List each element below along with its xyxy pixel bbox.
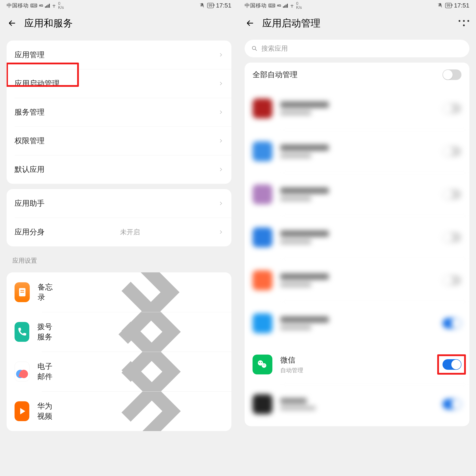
more-button[interactable] <box>458 18 469 29</box>
row-label: 权限管理 <box>15 136 45 146</box>
signal-icon <box>283 3 288 8</box>
row-label: 应用助手 <box>15 198 45 208</box>
battery-icon: 99 <box>207 3 214 8</box>
carrier-label: 中国移动 <box>7 2 29 9</box>
row-label: 应用启动管理 <box>15 78 60 89</box>
app-icon <box>253 313 272 333</box>
phone-left: 中国移动 HD 4G 0K/s 99 17:51 应用和服务 应用管理 应用启动… <box>0 0 238 476</box>
phone-icon <box>15 322 29 342</box>
app-row-blurred[interactable] <box>245 87 469 130</box>
toggle-app[interactable] <box>442 399 461 409</box>
hd-badge: HD <box>30 3 37 7</box>
chevron-right-icon <box>218 81 223 86</box>
row-default-app[interactable]: 默认应用 <box>7 155 231 184</box>
app-subtitle: 自动管理 <box>280 366 303 374</box>
svg-point-6 <box>259 362 260 363</box>
toggle-app[interactable] <box>442 275 461 286</box>
wechat-icon <box>253 355 272 374</box>
app-row-wechat[interactable]: 微信 自动管理 <box>245 345 469 384</box>
row-label: 默认应用 <box>15 164 45 174</box>
app-icon <box>253 99 272 118</box>
app-row-blurred[interactable] <box>245 259 469 302</box>
svg-point-3 <box>252 46 256 50</box>
chevron-right-icon <box>68 333 223 431</box>
hd-badge: HD <box>268 3 275 7</box>
app-icon <box>253 141 272 161</box>
chevron-right-icon <box>218 167 223 172</box>
launch-list: 全部自动管理 微信 自动管理 <box>245 63 469 426</box>
net-label: 4G <box>39 4 43 7</box>
signal-icon <box>45 3 50 8</box>
wifi-icon <box>289 3 294 8</box>
search-input[interactable]: 搜索应用 <box>245 40 469 57</box>
mute-icon <box>199 3 205 8</box>
toggle-app[interactable] <box>442 103 461 114</box>
app-name: 微信 <box>280 355 303 365</box>
toggle-wechat[interactable] <box>442 359 461 370</box>
toggle-app[interactable] <box>442 146 461 157</box>
app-name: 备忘录 <box>38 282 55 302</box>
row-label: 应用管理 <box>15 50 45 60</box>
row-label: 全部自动管理 <box>253 70 298 80</box>
row-label: 应用分身 <box>15 227 45 237</box>
netspeed: 0K/s <box>296 1 302 9</box>
toggle-app[interactable] <box>442 318 461 329</box>
chevron-right-icon <box>218 201 223 206</box>
back-button[interactable] <box>245 18 256 29</box>
row-app-mgmt[interactable]: 应用管理 <box>7 41 231 69</box>
phone-right: 中国移动 HD 4G 0K/s 99 17:51 应用启动管理 搜索应用 全部自… <box>238 0 476 476</box>
page-title: 应用和服务 <box>24 17 73 30</box>
row-value: 未开启 <box>120 228 140 237</box>
clock: 17:51 <box>454 2 469 9</box>
memo-icon <box>15 282 30 302</box>
status-bar: 中国移动 HD 4G 0K/s 99 17:51 <box>0 0 238 11</box>
section-title: 应用设置 <box>0 246 238 267</box>
row-app-launch[interactable]: 应用启动管理 <box>7 69 231 98</box>
app-row-blurred[interactable] <box>245 130 469 173</box>
app-icon <box>253 394 272 414</box>
row-master-switch: 全部自动管理 <box>245 63 469 87</box>
battery-icon: 99 <box>445 3 452 8</box>
status-bar: 中国移动 HD 4G 0K/s 99 17:51 <box>238 0 476 11</box>
app-row-blurred[interactable] <box>245 302 469 345</box>
svg-point-8 <box>263 365 264 365</box>
app-list: 备忘录 拨号服务 电子邮件 华为视频 <box>7 272 231 431</box>
app-name: 拨号服务 <box>37 322 60 342</box>
svg-point-9 <box>264 365 265 365</box>
app-icon <box>253 270 272 290</box>
svg-point-5 <box>262 363 266 368</box>
chevron-right-icon <box>218 110 223 115</box>
video-icon <box>15 401 29 421</box>
wifi-icon <box>51 3 56 8</box>
carrier-label: 中国移动 <box>245 2 267 9</box>
back-button[interactable] <box>7 18 18 29</box>
app-row-video[interactable]: 华为视频 <box>7 391 231 431</box>
net-label: 4G <box>277 4 281 7</box>
row-permission-mgmt[interactable]: 权限管理 <box>7 126 231 155</box>
netspeed: 0K/s <box>58 1 64 9</box>
app-name: 华为视频 <box>37 401 60 421</box>
search-icon <box>251 45 258 52</box>
page-header: 应用启动管理 <box>238 11 476 35</box>
row-service-mgmt[interactable]: 服务管理 <box>7 98 231 126</box>
app-row-blurred[interactable] <box>245 384 469 424</box>
mute-icon <box>437 3 443 8</box>
app-name: 电子邮件 <box>37 361 60 382</box>
settings-group-2: 应用助手 应用分身 未开启 <box>7 189 231 246</box>
clock: 17:51 <box>216 2 231 9</box>
app-icon <box>253 227 272 247</box>
toggle-master[interactable] <box>442 69 461 80</box>
app-row-blurred[interactable] <box>245 216 469 259</box>
svg-rect-1 <box>20 290 24 291</box>
page-header: 应用和服务 <box>0 11 238 35</box>
svg-rect-2 <box>20 292 24 293</box>
app-row-blurred[interactable] <box>245 173 469 216</box>
row-app-assistant[interactable]: 应用助手 <box>7 189 231 218</box>
toggle-app[interactable] <box>442 232 461 243</box>
row-app-twin[interactable]: 应用分身 未开启 <box>7 218 231 246</box>
chevron-right-icon <box>218 138 223 143</box>
page-title: 应用启动管理 <box>262 17 321 30</box>
toggle-app[interactable] <box>442 189 461 200</box>
chevron-right-icon <box>218 52 223 57</box>
app-icon <box>253 185 272 204</box>
